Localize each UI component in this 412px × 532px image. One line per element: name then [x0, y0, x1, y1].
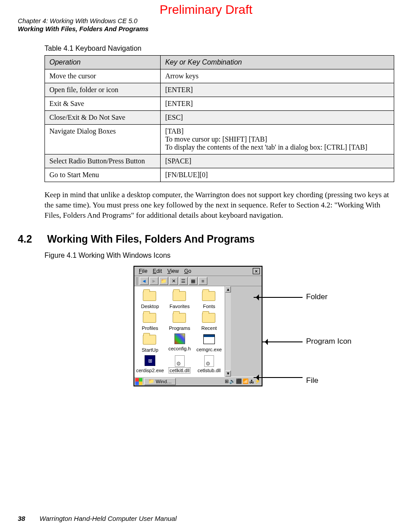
- chapter-line-1: Chapter 4: Working With Windows CE 5.0: [18, 17, 394, 25]
- tray-icon[interactable]: ⬛: [236, 378, 242, 384]
- folder-item[interactable]: Profiles: [136, 312, 164, 331]
- file-item[interactable]: cetlstub.dll: [195, 355, 223, 373]
- scrollbar[interactable]: ▲ ▼: [225, 286, 231, 377]
- delete-icon[interactable]: ✕: [169, 277, 178, 285]
- item-label: StartUp: [142, 347, 158, 353]
- table-caption: Table 4.1 Keyboard Navigation: [44, 45, 394, 53]
- file-item[interactable]: cetlkitl.dll: [166, 355, 193, 373]
- figure-area: File Edit View Go × ◄ ► 📁 ✕ ☰ ▦ ≡ Deskto…: [44, 266, 394, 404]
- folder-item[interactable]: Programs: [166, 312, 193, 331]
- up-folder-icon[interactable]: 📁: [159, 277, 168, 285]
- key-cell: [SPACE]: [161, 154, 394, 168]
- annotation-folder: Folder: [306, 292, 327, 301]
- folder-item[interactable]: Favorites: [166, 290, 193, 309]
- exe-icon: ⊞: [145, 355, 155, 366]
- chapter-line-2: Working With Files, Folders And Programs: [18, 25, 394, 33]
- section-heading: 4.2 Working With Files, Folders And Prog…: [18, 233, 394, 245]
- arrow-icon: [254, 377, 303, 378]
- folder-icon: [143, 335, 156, 345]
- section-number: 4.2: [18, 233, 32, 245]
- file-item[interactable]: cemgrc.exe: [195, 333, 223, 353]
- item-label: Programs: [169, 325, 190, 331]
- col-key: Key or Key Combination: [161, 56, 394, 69]
- folder-icon: [202, 313, 215, 323]
- file-pane: Desktop Favorites Fonts Profiles Program…: [134, 286, 225, 377]
- item-label: Fonts: [203, 304, 215, 309]
- key-cell: [FN/BLUE][0]: [161, 168, 394, 182]
- folder-item[interactable]: Recent: [195, 312, 223, 331]
- explorer-window: File Edit View Go × ◄ ► 📁 ✕ ☰ ▦ ≡ Deskto…: [133, 266, 263, 386]
- table-row: Go to Start Menu[FN/BLUE][0]: [45, 168, 394, 182]
- op-cell: Navigate Dialog Boxes: [45, 125, 161, 154]
- item-label: cetlkitl.dll: [169, 367, 190, 374]
- view-details-icon[interactable]: ≡: [198, 277, 207, 285]
- taskbar-item[interactable]: 📁 Wind…: [144, 378, 176, 385]
- table-row: Close/Exit & Do Not Save[ESC]: [45, 111, 394, 125]
- menu-view[interactable]: View: [165, 268, 182, 275]
- config-icon: [174, 333, 185, 344]
- folder-item[interactable]: Fonts: [195, 290, 223, 309]
- dll-icon: [204, 355, 214, 367]
- folder-icon: [202, 291, 215, 301]
- forward-icon[interactable]: ►: [149, 277, 158, 285]
- folder-icon: [143, 313, 156, 323]
- tray-icon[interactable]: ⊞: [225, 378, 229, 384]
- footer-text: Warrington Hand-Held Computer User Manua…: [40, 515, 177, 522]
- annotation-file: File: [306, 376, 318, 385]
- table-row: Select Radio Button/Press Button[SPACE]: [45, 154, 394, 168]
- menu-go[interactable]: Go: [182, 268, 194, 275]
- key-cell: [ESC]: [161, 111, 394, 125]
- section-title: Working With Files, Folders And Programs: [47, 233, 254, 245]
- item-label: Recent: [202, 325, 217, 331]
- scroll-down-icon[interactable]: ▼: [225, 370, 231, 377]
- taskbar: 📁 Wind… ⊞ 🔊 ⬛ 📶 🖧 ⚡: [134, 377, 262, 386]
- menu-edit[interactable]: Edit: [150, 268, 165, 275]
- table-row: Exit & Save[ENTER]: [45, 97, 394, 111]
- key-cell: Arrow keys: [161, 69, 394, 83]
- item-label: Favorites: [170, 304, 190, 309]
- item-label: ceconfig.h: [168, 346, 190, 351]
- op-cell: Select Radio Button/Press Button: [45, 154, 161, 168]
- op-cell: Exit & Save: [45, 97, 161, 111]
- menu-bar: File Edit View Go ×: [134, 267, 262, 276]
- op-cell: Go to Start Menu: [45, 168, 161, 182]
- item-label: Profiles: [142, 325, 158, 331]
- folder-icon: [173, 291, 186, 301]
- figure-caption: Figure 4.1 Working With Windows Icons: [44, 252, 394, 260]
- folder-item[interactable]: StartUp: [136, 333, 164, 353]
- item-label: cetlstub.dll: [198, 368, 221, 373]
- tray-icon[interactable]: 🔊: [229, 378, 235, 384]
- scroll-up-icon[interactable]: ▲: [225, 286, 231, 292]
- view-large-icon[interactable]: ▦: [189, 277, 198, 285]
- arrow-icon: [263, 341, 303, 342]
- body-paragraph: Keep in mind that unlike a desktop compu…: [44, 190, 394, 221]
- tray-icon[interactable]: 📶: [242, 378, 249, 384]
- toolbar: ◄ ► 📁 ✕ ☰ ▦ ≡: [134, 276, 262, 286]
- folder-icon: [143, 291, 156, 301]
- folder-item[interactable]: Desktop: [136, 290, 164, 309]
- page-footer: 38 Warrington Hand-Held Computer User Ma…: [18, 515, 177, 522]
- col-operation: Operation: [45, 56, 161, 69]
- close-icon[interactable]: ×: [253, 268, 260, 274]
- item-label: cerdisp2.exe: [136, 368, 164, 373]
- op-cell: Close/Exit & Do Not Save: [45, 111, 161, 125]
- watermark-text: Preliminary Draft: [0, 0, 412, 17]
- table-row: Move the cursorArrow keys: [45, 69, 394, 83]
- key-cell: [ENTER]: [161, 83, 394, 97]
- op-cell: Move the cursor: [45, 69, 161, 83]
- key-cell: [ENTER]: [161, 97, 394, 111]
- keyboard-nav-table: Operation Key or Key Combination Move th…: [44, 55, 394, 182]
- file-item[interactable]: ceconfig.h: [166, 333, 193, 353]
- taskbar-label: Wind…: [156, 379, 172, 384]
- table-row: Navigate Dialog Boxes[TAB] To move curso…: [45, 125, 394, 154]
- folder-icon: [173, 313, 186, 323]
- file-item[interactable]: ⊞cerdisp2.exe: [136, 355, 164, 373]
- item-label: Desktop: [141, 304, 159, 309]
- key-cell: [TAB] To move cursor up: [SHIFT] [TAB] T…: [161, 125, 394, 154]
- arrow-icon: [254, 297, 303, 298]
- start-icon[interactable]: [135, 378, 142, 385]
- program-icon: [203, 334, 215, 344]
- menu-file[interactable]: File: [136, 268, 150, 275]
- properties-icon[interactable]: ☰: [179, 277, 188, 285]
- back-icon[interactable]: ◄: [140, 277, 149, 285]
